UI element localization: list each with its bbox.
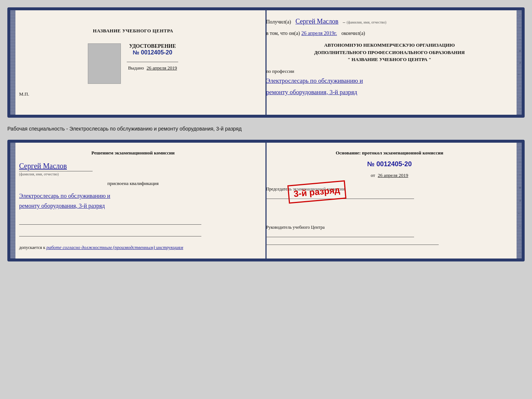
dopuskaetsya-text: работе согласно должностным (производств…	[46, 245, 183, 250]
signature-lines-left	[19, 218, 247, 236]
vydano-label: Выдано	[128, 65, 144, 71]
fio-hint-top: (фамилия, имя, отчество)	[347, 20, 387, 24]
vydano-date: 26 апреля 2019	[147, 65, 177, 71]
dash-separator: –	[343, 19, 345, 25]
udostoverenie-block: УДОСТОВЕРЕНИЕ № 0012405-20 Выдано 26 апр…	[127, 43, 178, 71]
ot-date: от 26 апреля 2019	[266, 172, 513, 178]
right-texture-strip-top	[517, 10, 522, 115]
poluchil-name: Сергей Маслов	[295, 18, 338, 25]
mp-label: М.П.	[19, 91, 29, 97]
description-line: Рабочая специальность - Электрослесарь п…	[7, 124, 525, 133]
stamp-overlay: 3-й разряд	[287, 180, 346, 203]
sig-line-1	[19, 218, 201, 225]
vydano-line: Выдано 26 апреля 2019	[127, 65, 178, 71]
professiya-line2: ремонту оборудования, 3-й разряд	[266, 87, 513, 97]
top-document-card: НАЗВАНИЕ УЧЕБНОГО ЦЕНТРА УДОСТОВЕРЕНИЕ №…	[7, 7, 525, 118]
bottom-document-card: Решением экзаменационной комиссии Сергей…	[7, 140, 525, 261]
org-line1: АВТОНОМНУЮ НЕКОММЕРЧЕСКУЮ ОРГАНИЗАЦИЮ	[266, 42, 513, 49]
rukovoditel-block: Руководитель учебного Центра	[266, 225, 513, 245]
dopuskaetsya-label: допускается к	[19, 245, 45, 250]
org-block: АВТОНОМНУЮ НЕКОММЕРЧЕСКУЮ ОРГАНИЗАЦИЮ ДО…	[266, 42, 513, 63]
resheniem-title: Решением экзаменационной комиссии	[19, 150, 247, 156]
rukovoditel-label: Руководитель учебного Центра	[266, 225, 513, 230]
udostoverenie-number: № 0012405-20	[127, 49, 178, 56]
okonchil-label: окончил(а)	[341, 31, 365, 36]
po-professii-block: по профессии Электрослесарь по обслужива…	[266, 68, 513, 97]
predsedatel-block: Председатель экзаменационной комиссии 3-…	[266, 186, 513, 216]
ot-label: от	[371, 172, 375, 178]
top-card-left-panel: НАЗВАНИЕ УЧЕБНОГО ЦЕНТРА УДОСТОВЕРЕНИЕ №…	[10, 10, 256, 115]
org-line2: ДОПОЛНИТЕЛЬНОГО ПРОФЕССИОНАЛЬНОГО ОБРАЗО…	[266, 49, 513, 56]
kval-block: Электрослесарь по обслуживанию и ремонту…	[19, 191, 247, 211]
bottom-fio-hint: (фамилия, имя, отчество)	[19, 172, 247, 176]
kval-line2: ремонту оборудования, 3-й разряд	[19, 201, 247, 211]
protocol-number: № 0012405-20	[266, 160, 513, 168]
vtom-block: в том, что он(а) 26 апреля 2019г. окончи…	[266, 31, 513, 36]
prisvoena-line: присвоена квалификация	[19, 181, 247, 186]
udostoverenie-title: УДОСТОВЕРЕНИЕ	[127, 43, 178, 49]
po-professii-label: по профессии	[266, 68, 513, 74]
photo-placeholder	[88, 43, 121, 84]
page-wrapper: НАЗВАНИЕ УЧЕБНОГО ЦЕНТРА УДОСТОВЕРЕНИЕ №…	[7, 7, 525, 261]
bottom-card-left-panel: Решением экзаменационной комиссии Сергей…	[10, 143, 256, 259]
left-center-title: НАЗВАНИЕ УЧЕБНОГО ЦЕНТРА	[93, 28, 173, 34]
vtom-label: в том, что он(а)	[266, 31, 300, 36]
professiya-line1: Электрослесарь по обслуживанию и	[266, 76, 513, 86]
vtom-date: 26 апреля 2019г.	[301, 31, 337, 36]
poluchil-label: Получил(а)	[266, 19, 291, 25]
stamp-text: 3-й разряд	[293, 185, 340, 199]
org-line3: " НАЗВАНИЕ УЧЕБНОГО ЦЕНТРА "	[266, 56, 513, 63]
bottom-card-right-panel: Основание: протокол экзаменационной коми…	[256, 143, 522, 259]
sig-line-2	[19, 230, 201, 236]
poluchil-block: Получил(а) Сергей Маслов – (фамилия, имя…	[266, 18, 513, 25]
right-texture-strip-bottom	[517, 143, 522, 259]
bottom-person-name: Сергей Маслов	[19, 162, 247, 170]
dopuskaetsya-block: допускается к работе согласно должностны…	[19, 244, 247, 251]
osnovanie-title: Основание: протокол экзаменационной коми…	[266, 150, 513, 156]
top-card-right-panel: Получил(а) Сергей Маслов – (фамилия, имя…	[256, 10, 522, 115]
ot-date-value: 26 апреля 2019	[378, 172, 408, 178]
kval-line1: Электрослесарь по обслуживанию и	[19, 191, 247, 201]
bottom-person-block: Сергей Маслов (фамилия, имя, отчество)	[19, 160, 247, 176]
